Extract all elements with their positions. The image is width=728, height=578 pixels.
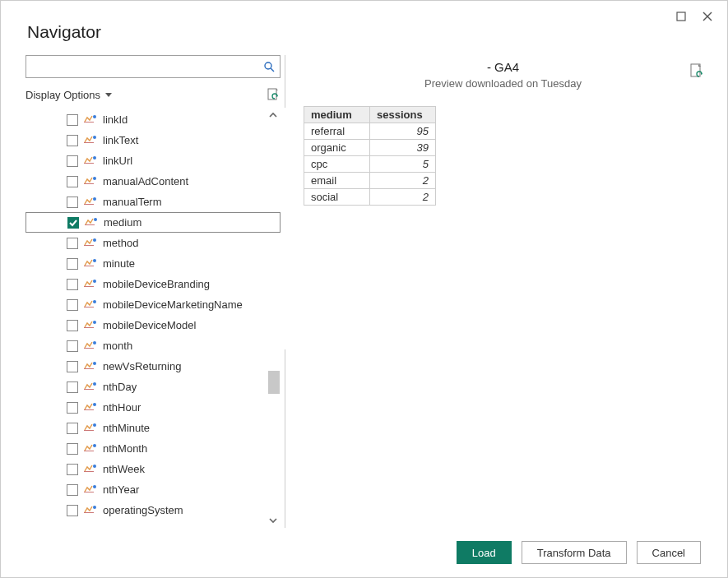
svg-rect-20 [84, 266, 94, 266]
svg-point-9 [93, 136, 96, 139]
transform-data-button[interactable]: Transform Data [522, 541, 627, 564]
scroll-down-button[interactable] [266, 513, 281, 528]
chevron-down-icon [268, 516, 278, 525]
tree-scrollbar[interactable] [266, 108, 281, 528]
dimension-icon [83, 505, 98, 516]
tree-item-label: method [103, 237, 138, 249]
refresh-button[interactable] [266, 87, 281, 102]
maximize-icon [676, 12, 686, 21]
cancel-button[interactable]: Cancel [637, 541, 701, 564]
chevron-down-icon [105, 93, 112, 97]
tree-item[interactable]: linkId [26, 109, 281, 130]
table-row[interactable]: organic39 [304, 140, 436, 156]
tree-item[interactable]: nthDay [26, 377, 281, 397]
checkbox[interactable] [67, 443, 78, 455]
checkbox[interactable] [67, 464, 78, 475]
tree-item[interactable]: mobileDeviceMarketingName [26, 294, 281, 315]
checkbox[interactable] [67, 402, 78, 414]
display-options-dropdown[interactable]: Display Options [26, 89, 112, 101]
preview-table: mediumsessionsreferral95organic39cpc5ema… [304, 106, 436, 206]
tree-item[interactable]: newVsReturning [26, 356, 281, 377]
svg-point-39 [93, 444, 96, 447]
svg-rect-44 [84, 512, 94, 513]
scroll-thumb[interactable] [268, 371, 280, 394]
tree-item[interactable]: nthMonth [26, 438, 281, 459]
tree-item[interactable]: manualTerm [26, 192, 281, 212]
svg-rect-34 [84, 409, 94, 410]
checkbox[interactable] [67, 155, 78, 167]
checkbox[interactable] [67, 135, 78, 146]
dimension-icon [83, 423, 98, 434]
search-input[interactable] [30, 59, 262, 75]
checkbox[interactable] [67, 114, 78, 126]
search-button[interactable] [262, 59, 276, 74]
svg-point-23 [93, 280, 96, 283]
svg-rect-28 [84, 348, 94, 349]
checkbox[interactable] [67, 238, 78, 249]
tree-item[interactable]: month [26, 335, 281, 356]
svg-rect-6 [84, 122, 94, 123]
dimension-icon [84, 217, 99, 229]
checkbox[interactable] [67, 381, 78, 393]
column-header[interactable]: medium [304, 107, 370, 123]
tree-item[interactable]: nthMinute [26, 418, 281, 438]
checkbox[interactable] [67, 299, 78, 311]
checkbox[interactable] [67, 320, 78, 331]
svg-rect-0 [677, 12, 685, 21]
checkbox[interactable] [67, 176, 78, 187]
tree-item-label: newVsReturning [103, 360, 181, 372]
checkbox[interactable] [67, 423, 78, 434]
checkbox[interactable] [67, 361, 78, 372]
display-options-label: Display Options [26, 89, 100, 101]
preview-options-button[interactable] [689, 63, 704, 80]
tree-item[interactable]: nthYear [26, 479, 281, 500]
dimension-icon [83, 114, 98, 126]
tree-item[interactable]: manualAdContent [26, 171, 281, 192]
checkbox[interactable] [67, 279, 78, 290]
column-header[interactable]: sessions [370, 107, 436, 123]
maximize-button[interactable] [670, 7, 693, 25]
tree-item-label: nthMonth [103, 442, 147, 455]
scroll-up-button[interactable] [266, 108, 281, 123]
tree-item[interactable]: linkText [26, 130, 281, 150]
tree-item[interactable]: nthHour [26, 397, 281, 418]
search-icon [263, 61, 275, 72]
table-row[interactable]: email2 [304, 173, 436, 189]
cell-sessions: 2 [370, 173, 436, 189]
tree-item[interactable]: method [26, 233, 281, 253]
table-row[interactable]: cpc5 [304, 156, 436, 173]
dimension-icon [83, 443, 98, 455]
checkbox[interactable] [67, 217, 79, 229]
tree-item[interactable]: linkUrl [26, 150, 281, 171]
search-box[interactable] [26, 55, 281, 78]
tree-item-label: manualAdContent [103, 175, 188, 187]
table-row[interactable]: referral95 [304, 123, 436, 140]
checkbox[interactable] [67, 258, 78, 270]
svg-point-19 [93, 238, 96, 242]
checkbox[interactable] [67, 197, 78, 208]
svg-point-15 [93, 197, 96, 201]
chevron-up-icon [268, 110, 278, 120]
table-row[interactable]: social2 [304, 189, 436, 206]
checkbox[interactable] [67, 484, 78, 496]
svg-rect-22 [84, 286, 94, 287]
dimension-icon [83, 299, 98, 311]
tree-item-label: mobileDeviceModel [103, 319, 196, 331]
load-button[interactable]: Load [457, 541, 512, 564]
tree-item[interactable]: mobileDeviceModel [26, 315, 281, 335]
dimension-icon [83, 155, 98, 167]
cell-sessions: 2 [370, 189, 436, 206]
close-button[interactable] [696, 7, 719, 25]
tree-item[interactable]: medium [26, 212, 281, 233]
cell-medium: social [304, 189, 370, 206]
svg-point-33 [93, 382, 96, 386]
svg-point-17 [94, 218, 97, 221]
dimension-icon [83, 340, 98, 352]
svg-point-37 [93, 423, 96, 427]
tree-item[interactable]: operatingSystem [26, 500, 281, 520]
tree-item[interactable]: nthWeek [26, 459, 281, 479]
tree-item[interactable]: minute [26, 253, 281, 274]
tree-item[interactable]: mobileDeviceBranding [26, 274, 281, 294]
checkbox[interactable] [67, 340, 78, 352]
checkbox[interactable] [67, 505, 78, 516]
